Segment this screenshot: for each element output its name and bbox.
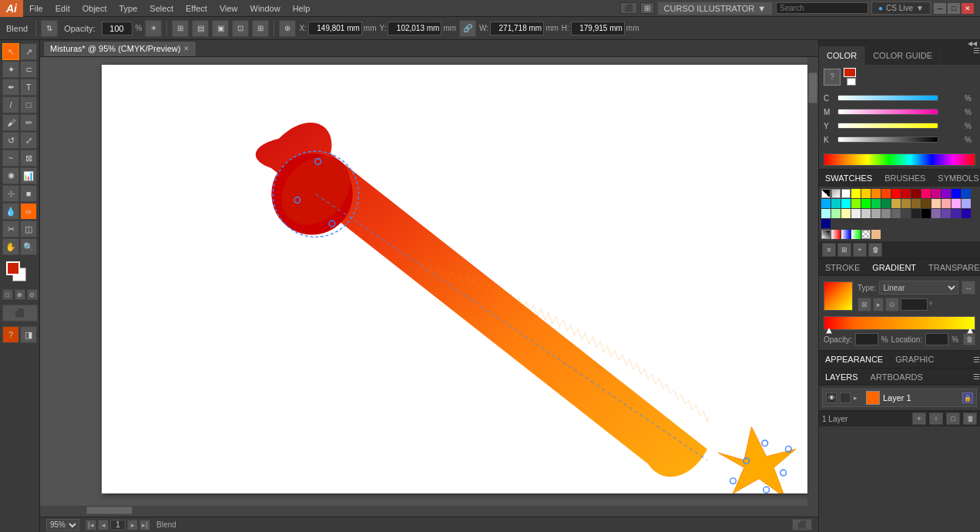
gradient-opacity-input[interactable] (855, 333, 878, 345)
gradient-swatch[interactable] (831, 189, 841, 198)
color-spectrum-bar[interactable] (824, 153, 975, 166)
brown2-swatch[interactable] (921, 199, 931, 208)
orange2-swatch[interactable] (881, 189, 891, 198)
gray3-swatch[interactable] (881, 209, 891, 218)
pattern-swatch[interactable] (861, 230, 871, 239)
align-icon-2[interactable]: ▤ (192, 20, 209, 37)
mesh-tool[interactable]: ⊹ (2, 185, 19, 202)
vertical-scrollbar[interactable] (807, 57, 818, 517)
yellow-swatch[interactable] (851, 189, 861, 198)
gradient-preview-box[interactable] (824, 281, 853, 311)
red-gradient-swatch[interactable] (831, 230, 841, 239)
delete-stop-btn[interactable]: 🗑 (963, 333, 975, 345)
gradient-tool[interactable]: ■ (20, 185, 37, 202)
layer-visibility-btn[interactable]: 👁 (826, 392, 837, 403)
menu-object[interactable]: Object (76, 0, 113, 17)
tab-layers[interactable]: LAYERS (819, 372, 864, 382)
free-transform-tool[interactable]: ⊠ (20, 150, 37, 167)
page-first-btn[interactable]: |◂ (86, 520, 96, 530)
lightpurple-swatch[interactable] (951, 199, 961, 208)
gradient-type-select[interactable]: Linear (879, 281, 958, 295)
lightyellow-swatch[interactable] (841, 209, 851, 218)
rect-tool[interactable]: □ (20, 96, 37, 113)
layer-expand-icon[interactable]: ▸ (854, 394, 863, 402)
horizontal-scrollbar[interactable] (40, 506, 807, 517)
w-input[interactable] (490, 22, 544, 35)
tan-swatch[interactable] (891, 199, 901, 208)
warp-tool[interactable]: ~ (2, 150, 19, 167)
color-fg-swatch[interactable] (844, 68, 856, 77)
menu-help[interactable]: Help (287, 0, 317, 17)
page-next-btn[interactable]: ▸ (127, 520, 138, 530)
purple2-swatch[interactable] (931, 209, 941, 218)
layers-panel-options-icon[interactable]: ☰ (973, 372, 980, 381)
tab-appearance[interactable]: APPEARANCE (819, 351, 889, 368)
swatch-lib-btn[interactable]: ≡ (822, 243, 836, 257)
scale-tool[interactable]: ⤢ (20, 132, 37, 149)
tab-graphic-styles[interactable]: GRAPHIC STYLES (889, 351, 973, 368)
normal-mode-btn[interactable]: □ (2, 289, 13, 300)
none-swatch[interactable] (821, 189, 831, 198)
purple4-swatch[interactable] (951, 209, 961, 218)
new-color-group-btn[interactable]: ⊞ (837, 243, 851, 257)
magenta-swatch[interactable] (931, 189, 941, 198)
menu-file[interactable]: File (23, 0, 49, 17)
gradient-align-btn[interactable]: ⊠ (858, 298, 871, 311)
type-tool[interactable]: T (20, 79, 37, 96)
tab-color-guide[interactable]: COLOR GUIDE (865, 46, 941, 65)
align-icon-3[interactable]: ▣ (212, 20, 229, 37)
page-input[interactable] (110, 520, 126, 530)
minimize-button[interactable]: ─ (934, 3, 946, 14)
gradient-focus-btn[interactable]: ⊙ (885, 298, 899, 311)
k-slider[interactable] (837, 136, 938, 143)
extra-btn[interactable]: ◨ (20, 326, 37, 343)
peach-swatch[interactable] (931, 199, 941, 208)
transform-icon-2[interactable]: ⊕ (279, 20, 296, 37)
foreground-color-box[interactable] (6, 261, 20, 275)
lime-swatch[interactable] (851, 199, 861, 208)
lightcyan-swatch[interactable] (821, 209, 831, 218)
gradient-stop-left[interactable] (826, 328, 832, 334)
eyedropper-tool[interactable]: 💧 (2, 203, 19, 220)
scissors-tool[interactable]: ✂ (2, 221, 19, 237)
bw-gradient-swatch[interactable] (821, 230, 831, 239)
hand-tool[interactable]: ✋ (2, 238, 19, 255)
lasso-tool[interactable]: ⊂ (20, 61, 37, 78)
eraser-tool[interactable]: ◫ (20, 221, 37, 237)
purple3-swatch[interactable] (941, 209, 951, 218)
gray2-swatch[interactable] (871, 209, 881, 218)
line-tool[interactable]: / (2, 96, 19, 113)
gradient-location-input[interactable] (925, 333, 948, 345)
green-gradient-swatch[interactable] (851, 230, 861, 239)
pen-tool[interactable]: ✒ (2, 79, 19, 96)
opacity-input[interactable] (102, 22, 133, 35)
pencil-tool[interactable]: ✏ (20, 114, 37, 131)
reverse-gradient-btn[interactable]: ↔ (962, 281, 975, 295)
menu-type[interactable]: Type (113, 0, 144, 17)
draw-behind-btn[interactable]: ⊙ (27, 289, 38, 300)
blue2-swatch[interactable] (962, 189, 971, 198)
tab-gradient[interactable]: GRADIENT (866, 259, 922, 276)
blend-tool[interactable]: ∞ (20, 203, 37, 220)
page-last-btn[interactable]: ▸| (139, 520, 150, 530)
gray4-swatch[interactable] (891, 209, 901, 218)
screen-mode-btn[interactable]: ⬛ (2, 305, 38, 322)
cyan2-swatch[interactable] (821, 199, 831, 208)
gradient-bar[interactable] (824, 316, 975, 330)
lightpink-swatch[interactable] (941, 199, 951, 208)
tab-transparency[interactable]: TRANSPARENCY (922, 259, 980, 276)
arrange-windows-button[interactable]: ⊞ (640, 2, 654, 14)
gray5-swatch[interactable] (901, 209, 911, 218)
tab-close-icon[interactable]: ✕ (183, 45, 190, 52)
green-swatch[interactable] (861, 199, 871, 208)
rotate-tool[interactable]: ↺ (2, 132, 19, 149)
maximize-button[interactable]: □ (948, 3, 960, 14)
appearance-panel-options-icon[interactable]: ☰ (973, 355, 980, 364)
m-slider[interactable] (837, 109, 938, 115)
tab-brushes[interactable]: BRUSHES (878, 170, 931, 187)
align-icon-1[interactable]: ⊞ (172, 20, 189, 37)
menu-effect[interactable]: Effect (180, 0, 213, 17)
lightgreen-swatch[interactable] (831, 209, 841, 218)
menu-window[interactable]: Window (244, 0, 287, 17)
transform-icon[interactable]: ⇅ (41, 20, 58, 37)
